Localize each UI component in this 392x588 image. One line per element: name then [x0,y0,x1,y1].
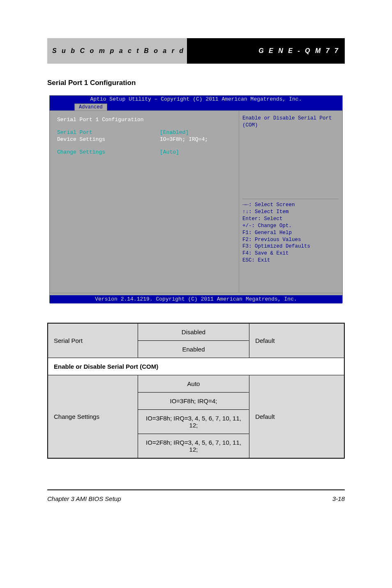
header-banner: S u b C o m p a c t B o a r d G E N E - … [47,38,345,64]
bios-titlebar: Aptio Setup Utility – Copyright (C) 2011… [50,96,342,103]
cell-option-name: Change Settings [48,375,138,459]
bios-row-value: IO=3F8h; IRQ=4; [160,136,208,142]
bios-key-line: +/-: Change Opt. [242,223,339,230]
bios-key-line: Enter: Select [242,216,339,223]
cell-option-value: IO=3F8h; IRQ=3, 4, 5, 6, 7, 10, 11, 12; [138,410,249,434]
footer-left: Chapter 3 AMI BIOS Setup [47,495,121,502]
cell-default: Default [249,323,344,358]
cell-option-name: Serial Port [48,323,138,358]
bios-key-help: →←: Select Screen ↑↓: Select Item Enter:… [242,199,339,289]
bios-row-label: Device Settings [57,136,160,142]
bios-key-line: F4: Save & Exit [242,250,339,257]
cell-option-value: Disabled [138,323,249,341]
bios-key-line: F3: Optimized Defaults [242,243,339,250]
cell-section: Enable or Disable Serial Port (COM) [48,358,344,375]
footer-right: 3-18 [332,495,345,502]
cell-option-value: IO=2F8h; IRQ=3, 4, 5, 6, 7, 10, 11, 12; [138,434,249,459]
section-title: Serial Port 1 Configuration [47,79,136,87]
options-table: Serial Port Disabled Default Enabled Ena… [47,323,345,459]
banner-left: S u b C o m p a c t B o a r d [47,38,187,64]
bios-left-pane: Serial Port 1 Configuration Serial Port … [50,111,239,293]
bios-right-pane: Enable or Disable Serial Port (COM) →←: … [239,111,342,293]
cell-option-value: IO=3F8h; IRQ=4; [138,393,249,410]
table-row: Change Settings Auto Default [48,375,344,393]
table-row: Serial Port Disabled Default [48,323,344,341]
bios-key-line: F2: Previous Values [242,237,339,243]
bios-change-value[interactable]: [Auto] [160,149,179,155]
bios-key-line: ESC: Exit [242,257,339,264]
bios-body: Serial Port 1 Configuration Serial Port … [50,110,342,293]
bios-tabbar: Advanced [50,103,342,110]
banner-right: G E N E - Q M 7 7 [187,38,345,64]
bios-key-line: →←: Select Screen [242,202,339,209]
bios-row-label[interactable]: Serial Port [57,129,160,136]
bios-row-value[interactable]: [Enabled] [160,129,189,136]
bios-heading: Serial Port 1 Configuration [57,117,160,123]
bios-key-line: ↑↓: Select Item [242,209,339,216]
table-section-row: Enable or Disable Serial Port (COM) [48,358,344,375]
cell-option-value: Auto [138,375,249,393]
cell-default: Default [249,375,344,459]
bios-help-text: Enable or Disable Serial Port (COM) [242,115,339,129]
cell-option-value: Enabled [138,341,249,358]
page: S u b C o m p a c t B o a r d G E N E - … [0,0,392,588]
bios-footer: Version 2.14.1219. Copyright (C) 2011 Am… [50,295,342,303]
bios-tab-advanced[interactable]: Advanced [74,103,107,110]
bios-change-label[interactable]: Change Settings [57,149,160,155]
bios-key-line: F1: General Help [242,230,339,237]
bios-screenshot: Aptio Setup Utility – Copyright (C) 2011… [49,95,343,303]
footer-rule [47,489,345,490]
